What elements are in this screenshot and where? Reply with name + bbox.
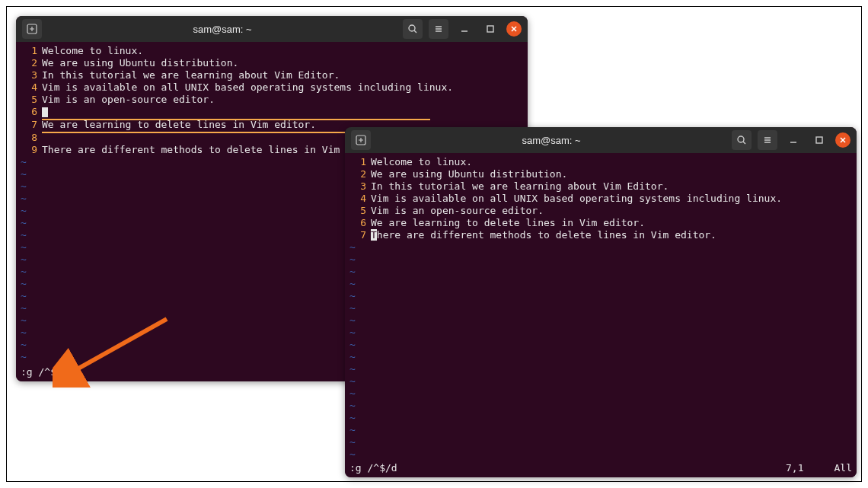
svg-rect-9 xyxy=(487,26,493,32)
line-number: 1 xyxy=(349,156,371,168)
empty-line-tilde: ~ xyxy=(349,278,852,290)
empty-line-tilde: ~ xyxy=(349,375,852,388)
editor-line: 4Vim is available on all UNIX based oper… xyxy=(349,193,852,205)
line-number: 7 xyxy=(349,229,371,241)
svg-rect-21 xyxy=(816,137,822,143)
empty-line-tilde: ~ xyxy=(349,412,852,424)
minimize-icon xyxy=(460,24,469,33)
line-text: Vim is an open-source editor. xyxy=(42,94,215,106)
line-text: There are different methods to delete li… xyxy=(371,229,716,241)
svg-point-15 xyxy=(738,136,744,142)
search-icon xyxy=(407,24,418,34)
editor-line: 6We are learning to delete lines in Vim … xyxy=(349,217,852,229)
line-text: Vim is available on all UNIX based opera… xyxy=(371,193,782,205)
cursor-position: 7,1 xyxy=(786,462,803,474)
titlebar: sam@sam: ~ xyxy=(16,16,528,42)
line-number: 8 xyxy=(21,132,42,144)
editor-line: 7There are different methods to delete l… xyxy=(349,229,852,241)
new-tab-icon xyxy=(27,24,37,34)
line-text: In this tutorial we are learning about V… xyxy=(371,180,669,193)
line-number: 5 xyxy=(349,205,371,217)
window-title: sam@sam: ~ xyxy=(375,135,727,146)
line-number: 2 xyxy=(21,57,42,69)
empty-line-tilde: ~ xyxy=(349,400,852,412)
editor-line: 3In this tutorial we are learning about … xyxy=(21,69,523,81)
line-text: Welcome to linux. xyxy=(42,45,143,57)
empty-line-tilde: ~ xyxy=(349,363,852,375)
minimize-button[interactable] xyxy=(455,19,474,39)
text-cursor xyxy=(69,368,75,378)
editor-line: 4Vim is available on all UNIX based oper… xyxy=(21,81,523,94)
empty-line-tilde: ~ xyxy=(349,302,852,314)
new-tab-button[interactable] xyxy=(22,19,42,39)
scroll-position: All xyxy=(834,462,852,474)
line-number: 6 xyxy=(21,106,42,119)
svg-line-16 xyxy=(743,142,745,144)
command-line: :g /^$/d 7,1 All xyxy=(349,462,852,474)
line-number: 2 xyxy=(349,168,371,180)
line-text: There are different methods to delete li… xyxy=(42,144,388,156)
maximize-button[interactable] xyxy=(809,130,829,150)
text-cursor xyxy=(42,107,48,117)
line-text: Welcome to linux. xyxy=(371,156,472,168)
close-icon xyxy=(510,25,518,33)
svg-line-4 xyxy=(414,30,416,33)
close-button[interactable] xyxy=(835,132,850,148)
empty-line-tilde: ~ xyxy=(349,351,852,363)
empty-line-tilde: ~ xyxy=(349,388,852,400)
text-cursor: T xyxy=(371,229,377,241)
line-number: 6 xyxy=(349,217,371,229)
line-number: 9 xyxy=(21,144,42,156)
titlebar: sam@sam: ~ xyxy=(345,127,857,153)
line-number: 1 xyxy=(21,45,42,57)
search-button[interactable] xyxy=(732,130,752,150)
hamburger-menu-icon xyxy=(762,135,773,145)
line-number: 3 xyxy=(349,180,371,193)
maximize-icon xyxy=(486,24,495,33)
terminal-window-after: sam@sam: ~ xyxy=(345,127,857,477)
line-text: We are learning to delete lines in Vim e… xyxy=(371,217,645,229)
line-text: We are using Ubuntu distribution. xyxy=(42,57,238,69)
search-icon xyxy=(736,135,747,145)
empty-line-tilde: ~ xyxy=(349,448,852,461)
empty-line-tilde: ~ xyxy=(349,436,852,448)
command-text: :g /^$/d xyxy=(21,366,69,378)
canvas-frame: sam@sam: ~ xyxy=(6,6,862,482)
editor-line: 3In this tutorial we are learning about … xyxy=(349,180,852,193)
close-icon xyxy=(839,136,847,144)
new-tab-button[interactable] xyxy=(351,130,371,150)
editor-line: 1Welcome to linux. xyxy=(21,45,523,57)
editor-line: 1Welcome to linux. xyxy=(349,156,852,168)
window-title: sam@sam: ~ xyxy=(46,24,398,35)
empty-line-tilde: ~ xyxy=(349,314,852,327)
new-tab-icon xyxy=(356,135,366,145)
menu-button[interactable] xyxy=(758,130,777,150)
editor-line: 6 xyxy=(21,106,523,119)
close-button[interactable] xyxy=(506,21,522,37)
empty-line-tilde: ~ xyxy=(349,266,852,278)
editor-line: 5Vim is an open-source editor. xyxy=(349,205,852,217)
search-button[interactable] xyxy=(403,19,423,39)
line-text: Vim is an open-source editor. xyxy=(371,205,544,217)
line-number: 5 xyxy=(21,94,42,106)
empty-line-tilde: ~ xyxy=(349,327,852,339)
editor-line: 2We are using Ubuntu distribution. xyxy=(349,168,852,180)
empty-line-tilde: ~ xyxy=(349,290,852,302)
minimize-button[interactable] xyxy=(783,130,803,150)
line-number: 4 xyxy=(349,193,371,205)
empty-line-tilde: ~ xyxy=(349,241,852,254)
line-number: 3 xyxy=(21,69,42,81)
terminal-body[interactable]: 1Welcome to linux.2We are using Ubuntu d… xyxy=(345,153,857,477)
line-text: In this tutorial we are learning about V… xyxy=(42,69,340,81)
line-number: 4 xyxy=(21,81,42,94)
hamburger-menu-icon xyxy=(433,24,444,34)
empty-line-tilde: ~ xyxy=(349,339,852,351)
command-text: :g /^$/d xyxy=(349,462,397,474)
menu-button[interactable] xyxy=(429,19,448,39)
empty-line-tilde: ~ xyxy=(349,254,852,266)
maximize-button[interactable] xyxy=(480,19,500,39)
editor-line: 2We are using Ubuntu distribution. xyxy=(21,57,523,69)
maximize-icon xyxy=(815,136,824,145)
svg-point-3 xyxy=(409,25,415,31)
line-text: We are using Ubuntu distribution. xyxy=(371,168,567,180)
